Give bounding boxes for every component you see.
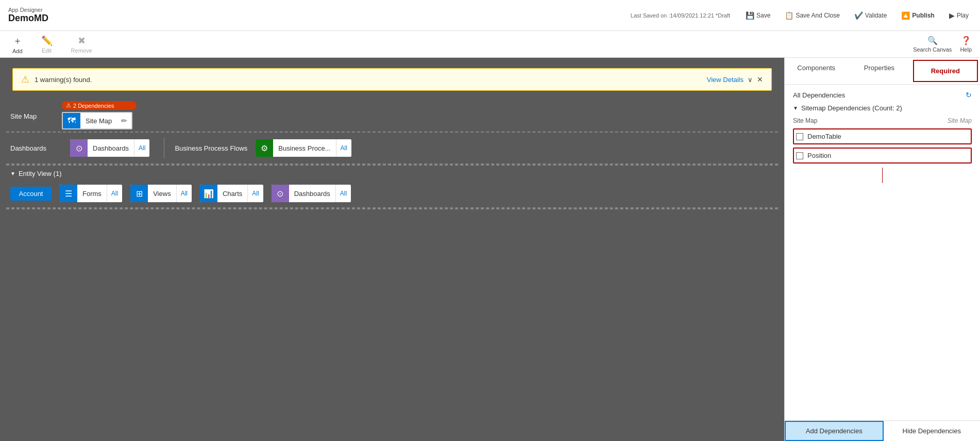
forms-component-block[interactable]: ☰ Forms All bbox=[60, 185, 122, 202]
dashboards-component-block[interactable]: ⊙ Dashboards All bbox=[70, 139, 149, 157]
sitemap-component-block[interactable]: 🗺 Site Map ✏ bbox=[62, 112, 132, 129]
dep-name-position: Position bbox=[807, 152, 831, 159]
sitemap-header-row: Site Map Site Map bbox=[793, 117, 972, 124]
warning-text: 1 warning(s) found. bbox=[35, 76, 707, 84]
canvas-area[interactable]: ⚠ 1 warning(s) found. View Details ∨ ✕ S… bbox=[0, 58, 784, 441]
app-title-area: App Designer DemoMD bbox=[8, 7, 48, 24]
save-close-icon: 📋 bbox=[785, 11, 793, 20]
views-all-link[interactable]: All bbox=[176, 185, 192, 202]
tab-required[interactable]: Required bbox=[913, 60, 978, 82]
charts-component-block[interactable]: 📊 Charts All bbox=[200, 185, 263, 202]
publish-button[interactable]: 🔼 Publish bbox=[898, 9, 937, 22]
help-button[interactable]: ❓ Help bbox=[960, 36, 972, 53]
cursor-line bbox=[882, 168, 883, 183]
add-icon: ＋ bbox=[13, 35, 22, 47]
warning-close-button[interactable]: ✕ bbox=[757, 75, 763, 84]
validate-icon: ✔️ bbox=[854, 11, 863, 20]
add-dependencies-button[interactable]: Add Dependencies bbox=[785, 421, 884, 441]
remove-button[interactable]: ✖ Remove bbox=[67, 33, 96, 56]
entity-dashboards-icon: ⊙ bbox=[272, 185, 289, 202]
publish-icon: 🔼 bbox=[901, 11, 910, 20]
validate-button[interactable]: ✔️ Validate bbox=[851, 9, 890, 22]
view-details-link[interactable]: View Details bbox=[707, 76, 744, 84]
sitemap-deps-header: ▼ Sitemap Dependencies (Count: 2) bbox=[793, 104, 972, 112]
edit-button[interactable]: ✏️ Edit bbox=[37, 33, 57, 56]
right-panel-content: All Dependencies ↻ ▼ Sitemap Dependencie… bbox=[785, 85, 980, 420]
sitemap-block-icon: 🗺 bbox=[63, 112, 80, 129]
dashboards-row: Dashboards ⊙ Dashboards All Business Pro… bbox=[6, 133, 778, 165]
site-map-key: Site Map bbox=[793, 117, 817, 124]
sitemap-label: Site Map bbox=[10, 101, 62, 120]
dep-item-demotable[interactable]: DemoTable bbox=[793, 128, 972, 144]
dep-checkbox-position[interactable] bbox=[796, 152, 803, 159]
add-button[interactable]: ＋ Add bbox=[8, 32, 27, 56]
dep-warn-icon: ⚠ bbox=[66, 102, 71, 109]
app-designer-label: App Designer bbox=[8, 7, 48, 13]
warning-bar: ⚠ 1 warning(s) found. View Details ∨ ✕ bbox=[12, 68, 772, 91]
right-panel-footer: Add Dependencies Hide Dependencies bbox=[785, 420, 980, 441]
dashboards-all-link[interactable]: All bbox=[134, 139, 149, 157]
remove-icon: ✖ bbox=[78, 35, 86, 46]
play-icon: ▶ bbox=[949, 11, 955, 20]
top-bar-actions: Last Saved on :14/09/2021 12:21 *Draft 💾… bbox=[631, 9, 972, 22]
tab-components[interactable]: Components bbox=[785, 58, 848, 84]
toolbar: ＋ Add ✏️ Edit ✖ Remove 🔍 Search Canvas ❓… bbox=[0, 31, 980, 58]
bpf-icon: ⚙ bbox=[256, 139, 273, 157]
last-saved-label: Last Saved on :14/09/2021 12:21 *Draft bbox=[631, 12, 730, 19]
entity-dashboards-component-block[interactable]: ⊙ Dashboards All bbox=[272, 185, 351, 202]
entity-view-chevron-icon[interactable]: ▼ bbox=[10, 171, 15, 176]
save-and-close-button[interactable]: 📋 Save And Close bbox=[782, 9, 842, 22]
right-panel: Components Properties Required All Depen… bbox=[784, 58, 980, 441]
play-button[interactable]: ▶ Play bbox=[946, 9, 972, 22]
warning-chevron-icon[interactable]: ∨ bbox=[748, 76, 753, 84]
tab-properties[interactable]: Properties bbox=[848, 58, 910, 84]
views-component-block[interactable]: ⊞ Views All bbox=[130, 185, 192, 202]
help-icon: ❓ bbox=[961, 36, 971, 45]
dashboards-icon: ⊙ bbox=[70, 139, 88, 157]
search-canvas-button[interactable]: 🔍 Search Canvas bbox=[913, 36, 952, 53]
site-map-value: Site Map bbox=[948, 117, 972, 124]
sitemap-edit-icon[interactable]: ✏ bbox=[117, 117, 131, 125]
all-dependencies-label: All Dependencies bbox=[793, 91, 845, 99]
entity-dashboards-all-link[interactable]: All bbox=[335, 185, 351, 202]
divider bbox=[164, 138, 164, 158]
entity-view-header: ▼ Entity View (1) bbox=[6, 166, 778, 179]
save-icon: 💾 bbox=[746, 11, 754, 20]
right-panel-tabs: Components Properties Required bbox=[785, 58, 980, 85]
all-dependencies-row: All Dependencies ↻ bbox=[793, 91, 972, 99]
bpf-all-link[interactable]: All bbox=[336, 139, 351, 157]
top-bar: App Designer DemoMD Last Saved on :14/09… bbox=[0, 0, 980, 31]
bpf-component-block[interactable]: ⚙ Business Proce... All bbox=[256, 139, 351, 157]
toolbar-right: 🔍 Search Canvas ❓ Help bbox=[913, 36, 972, 53]
refresh-icon[interactable]: ↻ bbox=[966, 91, 972, 99]
dep-checkbox-demotable[interactable] bbox=[796, 133, 803, 140]
charts-icon: 📊 bbox=[200, 185, 217, 202]
app-name: DemoMD bbox=[8, 13, 48, 24]
warning-icon: ⚠ bbox=[21, 74, 29, 85]
forms-all-link[interactable]: All bbox=[107, 185, 122, 202]
dashboards-label: Dashboards bbox=[10, 144, 62, 152]
sitemap-section: Site Map ⚠ 2 Dependencies 🗺 Site Map ✏ bbox=[6, 97, 778, 132]
main-layout: ⚠ 1 warning(s) found. View Details ∨ ✕ S… bbox=[0, 58, 980, 441]
entity-row: Account ☰ Forms All ⊞ Views All 📊 Charts… bbox=[6, 179, 778, 208]
hide-dependencies-button[interactable]: Hide Dependencies bbox=[884, 421, 981, 441]
bpf-label: Business Process Flows bbox=[175, 144, 247, 152]
views-icon: ⊞ bbox=[130, 185, 148, 202]
dep-item-position[interactable]: Position bbox=[793, 148, 972, 164]
sitemap-deps-chevron-icon[interactable]: ▼ bbox=[793, 105, 798, 111]
dependencies-badge: ⚠ 2 Dependencies bbox=[62, 101, 137, 110]
dep-name-demotable: DemoTable bbox=[807, 133, 841, 140]
search-icon: 🔍 bbox=[927, 36, 938, 45]
save-button[interactable]: 💾 Save bbox=[742, 9, 773, 22]
forms-icon: ☰ bbox=[60, 185, 77, 202]
edit-icon: ✏️ bbox=[41, 35, 53, 46]
account-button[interactable]: Account bbox=[10, 187, 52, 201]
charts-all-link[interactable]: All bbox=[247, 185, 263, 202]
